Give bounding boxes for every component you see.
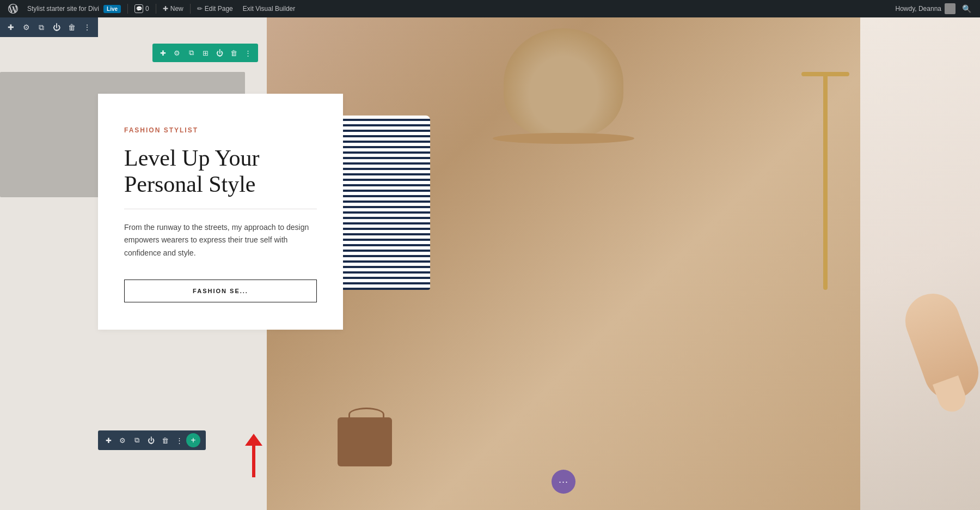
site-name-item[interactable]: Stylist starter site for Divi Live xyxy=(23,0,125,17)
more-options-button[interactable]: ··· xyxy=(552,470,575,494)
row-disable-icon[interactable]: ⏻ xyxy=(215,48,224,58)
section-duplicate-icon[interactable]: ⧉ xyxy=(36,22,47,33)
exit-builder-label: Exit Visual Builder xyxy=(243,5,296,13)
site-name: Stylist starter site for Divi xyxy=(27,5,99,13)
more-options-dots: ··· xyxy=(559,476,568,488)
module-settings-icon[interactable]: ⚙ xyxy=(118,435,127,445)
user-avatar xyxy=(945,3,955,14)
card-body: From the runway to the streets, my appro… xyxy=(124,221,317,260)
add-module-button[interactable]: + xyxy=(186,433,200,447)
hat-image xyxy=(504,28,623,137)
module-duplicate-icon[interactable]: ⧉ xyxy=(132,435,142,445)
module-disable-icon[interactable]: ⏻ xyxy=(146,435,156,445)
admin-bar: Stylist starter site for Divi Live 💬 0 ✚… xyxy=(0,0,980,17)
photo-collage: ··· xyxy=(267,17,980,510)
content-card: FASHION STYLIST Level Up Your Personal S… xyxy=(98,94,343,330)
arrow-shaft xyxy=(252,445,255,477)
comments-item[interactable]: 💬 0 xyxy=(130,0,154,17)
new-label: New xyxy=(170,5,183,13)
comment-icon: 💬 xyxy=(134,4,143,13)
new-icon: ✚ xyxy=(163,5,168,13)
arrow-head xyxy=(245,434,262,446)
row-columns-icon[interactable]: ⧉ xyxy=(186,48,196,58)
section-trash-icon[interactable]: 🗑 xyxy=(66,22,77,33)
category-label: FASHION STYLIST xyxy=(124,126,317,134)
cta-button[interactable]: FASHION SE... xyxy=(124,280,317,302)
edit-icon: ✏ xyxy=(197,5,203,13)
cta-wrapper: FASHION SE... xyxy=(124,280,317,302)
module-toolbar: ✚ ⚙ ⧉ ⏻ 🗑 ⋮ + xyxy=(98,430,206,450)
section-add-icon[interactable]: ✚ xyxy=(5,22,16,33)
row-add-icon[interactable]: ✚ xyxy=(158,48,168,58)
row-settings-icon[interactable]: ⚙ xyxy=(172,48,182,58)
search-icon[interactable]: 🔍 xyxy=(962,4,971,13)
edit-page-item[interactable]: ✏ Edit Page xyxy=(193,0,237,17)
exit-builder-item[interactable]: Exit Visual Builder xyxy=(238,0,300,17)
section-disable-icon[interactable]: ⏻ xyxy=(51,22,62,33)
arm-image xyxy=(898,286,980,407)
divider xyxy=(127,4,128,14)
section-settings-icon[interactable]: ⚙ xyxy=(21,22,32,33)
divider3 xyxy=(190,4,191,14)
main-photo: ··· xyxy=(267,17,860,510)
card-headline: Level Up Your Personal Style xyxy=(124,145,317,198)
live-badge: Live xyxy=(103,5,121,13)
module-more-icon[interactable]: ⋮ xyxy=(174,435,184,445)
new-item[interactable]: ✚ New xyxy=(158,0,188,17)
divider2 xyxy=(156,4,156,14)
comment-count: 0 xyxy=(145,5,149,13)
wp-logo[interactable] xyxy=(4,0,22,17)
module-trash-icon[interactable]: 🗑 xyxy=(160,435,170,445)
row-toolbar: ✚ ⚙ ⧉ ⊞ ⏻ 🗑 ⋮ xyxy=(152,44,258,62)
bag-image xyxy=(338,417,392,466)
row-trash-icon[interactable]: 🗑 xyxy=(229,48,238,58)
section-more-icon[interactable]: ⋮ xyxy=(82,22,93,33)
row-more-icon[interactable]: ⋮ xyxy=(243,48,253,58)
edit-page-label: Edit Page xyxy=(205,5,233,13)
right-side-photo xyxy=(860,17,980,510)
arrow-indicator xyxy=(245,434,262,477)
row-grid-icon[interactable]: ⊞ xyxy=(200,48,210,58)
howdy-text: Howdy, Deanna xyxy=(896,5,942,13)
section-toolbar: ✚ ⚙ ⧉ ⏻ 🗑 ⋮ xyxy=(0,17,98,37)
module-add-icon[interactable]: ✚ xyxy=(103,435,113,445)
page-content: ✚ ⚙ ⧉ ⊞ ⏻ 🗑 ⋮ FASHION STYLIST Level Up Y… xyxy=(0,17,980,510)
clothing-rack xyxy=(823,72,828,290)
card-divider xyxy=(124,209,317,209)
howdy-section: Howdy, Deanna 🔍 xyxy=(891,3,976,14)
